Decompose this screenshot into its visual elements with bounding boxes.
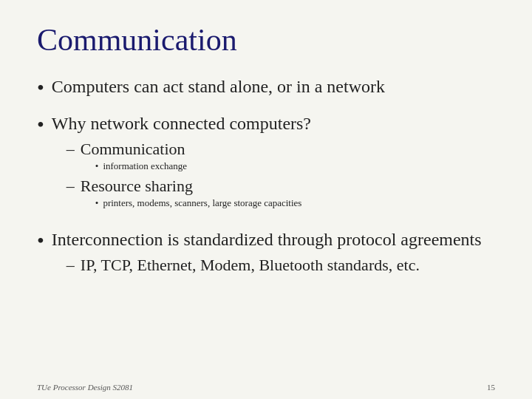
bullet-text-3: Interconnection is standardized through … — [52, 230, 482, 249]
sub-list-2: – Communication • information exchange — [66, 140, 311, 211]
sub-sub-item-info-exchange: • information exchange — [95, 160, 187, 172]
protocols-text: IP, TCP, Ethernet, Modem, Bluetooth stan… — [81, 256, 420, 275]
sub-sub-list-resource: • printers, modems, scanners, large stor… — [95, 197, 302, 209]
bullet-item-3: • Interconnection is standardized throug… — [37, 228, 495, 278]
footer-right: 15 — [487, 383, 495, 392]
info-exchange-text: information exchange — [103, 160, 187, 172]
sub-item-resource: – Resource sharing • printers, modems, s… — [66, 177, 311, 211]
slide: Communication • Computers can act stand … — [0, 0, 532, 399]
dash-2: – — [66, 177, 75, 196]
sub-list-3: – IP, TCP, Ethernet, Modem, Bluetooth st… — [66, 256, 482, 275]
sub-sub-item-printers: • printers, modems, scanners, large stor… — [95, 197, 302, 209]
bullet-dot-3: • — [37, 228, 44, 253]
printers-text: printers, modems, scanners, large storag… — [103, 197, 301, 209]
bullet-small-1: • — [95, 160, 99, 172]
bullet-item-2: • Why network connected computers? – Com… — [37, 112, 495, 214]
sub-resource-content: Resource sharing • printers, modems, sca… — [81, 177, 302, 211]
main-bullet-list: • Computers can act stand alone, or in a… — [37, 75, 495, 278]
bullet-item-1: • Computers can act stand alone, or in a… — [37, 75, 495, 100]
sub-item-protocols: – IP, TCP, Ethernet, Modem, Bluetooth st… — [66, 256, 482, 275]
bullet-dot-1: • — [37, 75, 44, 100]
sub-item-communication: – Communication • information exchange — [66, 140, 311, 174]
bullet-dot-2: • — [37, 112, 44, 137]
bullet-3-content: Interconnection is standardized through … — [52, 228, 482, 278]
sub-communication-content: Communication • information exchange — [81, 140, 187, 174]
bullet-2-content: Why network connected computers? – Commu… — [52, 112, 311, 214]
dash-1: – — [66, 140, 75, 159]
slide-title: Communication — [37, 22, 495, 58]
sub-resource-label: Resource sharing — [81, 177, 193, 195]
sub-sub-list-communication: • information exchange — [95, 160, 187, 172]
dash-3: – — [66, 256, 75, 275]
bullet-text-2: Why network connected computers? — [52, 114, 311, 133]
bullet-small-2: • — [95, 197, 99, 209]
footer: TUe Processor Design S2081 15 — [37, 383, 495, 392]
bullet-text-1: Computers can act stand alone, or in a n… — [52, 75, 385, 98]
sub-communication-label: Communication — [81, 140, 185, 158]
footer-left: TUe Processor Design S2081 — [37, 383, 133, 392]
